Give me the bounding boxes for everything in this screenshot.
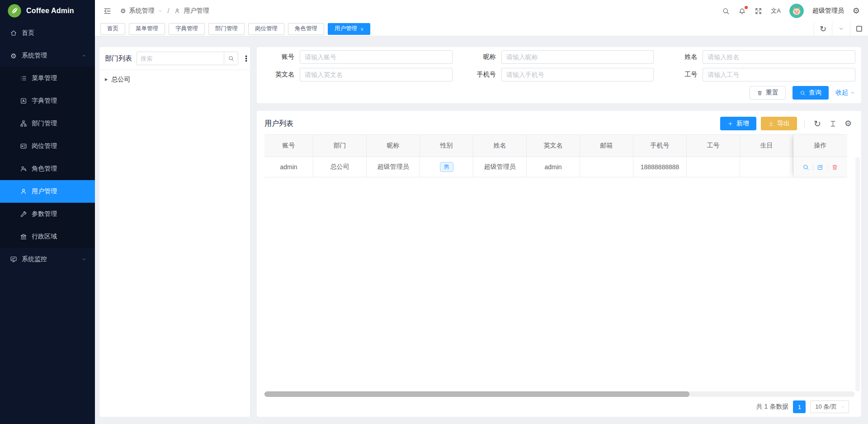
- dept-search-group: [137, 52, 238, 65]
- tab-post-mgmt[interactable]: 岗位管理: [248, 23, 284, 35]
- column-header[interactable]: 账号: [264, 134, 313, 157]
- phone-input[interactable]: [501, 68, 654, 81]
- nickname-input[interactable]: [501, 50, 654, 64]
- job-no-input[interactable]: [703, 68, 855, 81]
- collapse-link[interactable]: 收起: [835, 89, 855, 97]
- query-button[interactable]: 查询: [793, 86, 829, 100]
- sidebar-item-label: 部门管理: [32, 119, 87, 128]
- kebab-menu-icon[interactable]: ⋮: [242, 55, 250, 62]
- list-icon: [20, 75, 27, 82]
- name-input[interactable]: [703, 50, 855, 64]
- column-header[interactable]: 性别: [420, 134, 473, 157]
- field-phone: 手机号: [464, 68, 654, 81]
- app-logo: Coffee Admin: [0, 0, 95, 22]
- tab-role-mgmt[interactable]: 角色管理: [288, 23, 324, 35]
- menu-fold-icon[interactable]: [103, 6, 112, 15]
- tab-user-mgmt[interactable]: 用户管理 x: [328, 23, 370, 35]
- cell-gender: 男: [420, 157, 473, 177]
- close-icon[interactable]: x: [361, 26, 363, 32]
- reset-label: 重置: [766, 89, 778, 97]
- refresh-icon[interactable]: ↻: [812, 119, 823, 128]
- toolbar-divider: [804, 120, 805, 128]
- breadcrumb-page: 用户管理: [184, 7, 209, 15]
- sidebar-item-user-mgmt[interactable]: 用户管理: [0, 180, 95, 203]
- export-button[interactable]: 导出: [761, 117, 797, 130]
- view-button[interactable]: [799, 164, 813, 171]
- reset-button[interactable]: 重置: [750, 86, 786, 100]
- account-input[interactable]: [300, 50, 453, 64]
- sidebar-item-home[interactable]: 首页: [0, 22, 95, 44]
- breadcrumb-section[interactable]: 系统管理: [129, 7, 155, 15]
- notification-bell[interactable]: [738, 7, 746, 15]
- bank-icon: [20, 233, 27, 240]
- filter-card: 账号 昵称 姓名 英文名 手机号 工号: [257, 47, 861, 103]
- avatar[interactable]: [789, 4, 804, 18]
- app-title: Coffee Admin: [26, 7, 74, 15]
- add-button[interactable]: 新增: [720, 117, 756, 130]
- chevron-down-icon: [158, 9, 163, 14]
- column-header[interactable]: 姓名: [473, 134, 527, 157]
- sidebar-item-role-mgmt[interactable]: 角色管理: [0, 157, 95, 180]
- sidebar-item-post-mgmt[interactable]: 岗位管理: [0, 135, 95, 157]
- user-table: 账号 部门 昵称 性别 姓名 英文名 邮箱 手机号 工号 生日 admin 总公…: [264, 134, 854, 177]
- action-column: 操作: [793, 134, 847, 177]
- column-header[interactable]: 部门: [313, 134, 367, 157]
- trash-icon: [831, 164, 838, 171]
- sidebar-item-menu-mgmt[interactable]: 菜单管理: [0, 67, 95, 90]
- cell-account: admin: [264, 157, 313, 177]
- org-chart-icon: [20, 120, 27, 127]
- column-header[interactable]: 手机号: [633, 134, 687, 157]
- download-icon: [768, 121, 774, 127]
- dept-search-input[interactable]: [137, 52, 224, 65]
- vertical-scrollbar[interactable]: [855, 157, 860, 391]
- total-count: 共 1 条数据: [756, 403, 789, 411]
- sidebar-item-system-monitor[interactable]: 系统监控: [0, 248, 95, 271]
- edit-button[interactable]: [813, 164, 827, 171]
- dept-search-button[interactable]: [224, 52, 238, 65]
- sidebar-item-dict-mgmt[interactable]: 字典管理: [0, 90, 95, 112]
- tree-node-root[interactable]: ▶ 总公司: [105, 73, 245, 86]
- caret-right-icon[interactable]: ▶: [105, 78, 108, 81]
- page-size-select[interactable]: 10 条/页: [810, 400, 849, 413]
- tab-home[interactable]: 首页: [100, 23, 125, 35]
- sidebar-item-param-mgmt[interactable]: 参数管理: [0, 203, 95, 225]
- translate-icon[interactable]: 文A: [771, 7, 781, 15]
- sidebar-item-system-mgmt[interactable]: ⚙ 系统管理: [0, 44, 95, 67]
- fullscreen-icon[interactable]: [755, 7, 762, 15]
- table-row[interactable]: admin 总公司 超级管理员 男 超级管理员 admin 1888888888…: [264, 157, 854, 177]
- refresh-icon[interactable]: ↻: [814, 22, 832, 36]
- tab-controls: ↻: [814, 22, 868, 36]
- magnifier-icon: [802, 164, 809, 171]
- page-size-value: 10 条/页: [815, 403, 837, 411]
- field-nickname: 昵称: [464, 50, 654, 64]
- tab-dict-mgmt[interactable]: 字典管理: [169, 23, 205, 35]
- query-label: 查询: [809, 89, 821, 97]
- gear-icon[interactable]: ⚙: [843, 119, 854, 128]
- tab-menu-mgmt[interactable]: 菜单管理: [129, 23, 165, 35]
- sidebar-item-dept-mgmt[interactable]: 部门管理: [0, 112, 95, 135]
- chevron-down-icon: [840, 405, 845, 410]
- column-header[interactable]: 工号: [687, 134, 740, 157]
- row-height-icon[interactable]: [827, 120, 838, 128]
- gear-icon[interactable]: ⚙: [853, 7, 860, 15]
- column-header[interactable]: 英文名: [527, 134, 580, 157]
- sidebar-item-admin-region[interactable]: 行政区域: [0, 225, 95, 248]
- filter-form: 账号 昵称 姓名 英文名 手机号 工号: [263, 50, 855, 81]
- maximize-icon[interactable]: [850, 22, 868, 36]
- column-header[interactable]: 邮箱: [580, 134, 633, 157]
- breadcrumb: ⚙ 系统管理 / 用户管理: [120, 7, 209, 15]
- column-header[interactable]: 昵称: [367, 134, 420, 157]
- filter-buttons: 重置 查询 收起: [263, 86, 855, 100]
- chevron-up-icon: [81, 53, 87, 58]
- english-name-input[interactable]: [300, 68, 453, 81]
- delete-button[interactable]: [827, 164, 842, 171]
- chevron-down-icon[interactable]: [832, 22, 850, 36]
- user-name[interactable]: 超级管理员: [812, 7, 844, 15]
- cell-job-no: [687, 157, 740, 177]
- page-button-1[interactable]: 1: [793, 400, 806, 413]
- search-icon[interactable]: [722, 7, 730, 15]
- dictionary-icon: [20, 97, 27, 105]
- horizontal-scrollbar-thumb[interactable]: [264, 391, 689, 397]
- tab-dept-mgmt[interactable]: 部门管理: [208, 23, 245, 35]
- column-header[interactable]: 生日: [740, 134, 793, 157]
